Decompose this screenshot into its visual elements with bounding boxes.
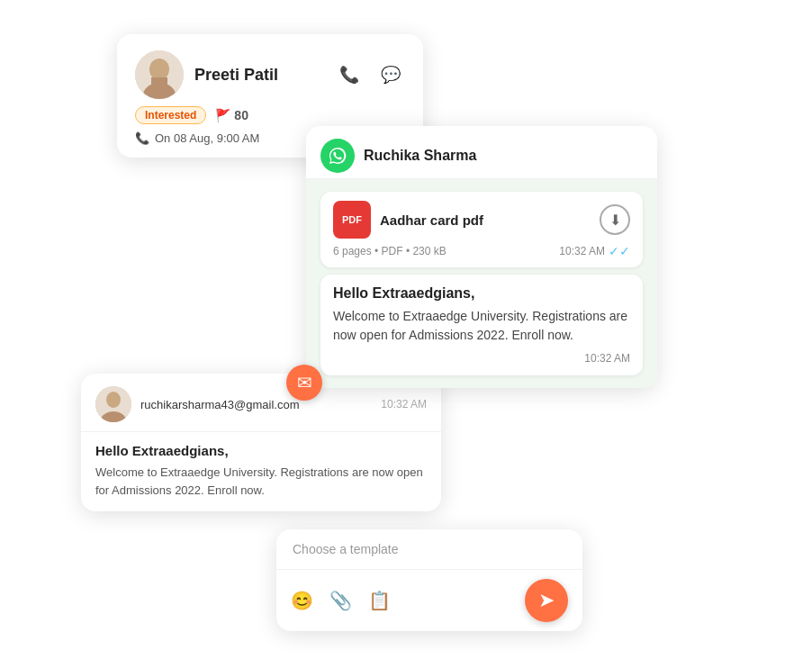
text-bubble: Hello Extraaedgians, Welcome to Extraaed… (320, 275, 643, 375)
pdf-title: Aadhar card pdf (380, 212, 591, 228)
pdf-bubble: PDF Aadhar card pdf ⬇ 6 pages • PDF • 23… (320, 192, 643, 267)
schedule-text: On 08 Aug, 9:00 AM (155, 131, 259, 145)
contact-icons: 📞 💬 (335, 60, 405, 89)
whatsapp-sender: Ruchika Sharma (364, 148, 476, 164)
email-body: Hello Extraaedgians, Welcome to Extraaed… (81, 432, 441, 511)
message-time: 10:32 AM (333, 352, 630, 365)
message-title: Hello Extraaedgians, (333, 285, 630, 302)
whatsapp-body: PDF Aadhar card pdf ⬇ 6 pages • PDF • 23… (306, 179, 657, 388)
whatsapp-icon (320, 139, 355, 173)
send-button[interactable]: ➤ (525, 579, 568, 622)
status-badge: Interested (135, 106, 206, 124)
whatsapp-panel: Ruchika Sharma PDF Aadhar card pdf ⬇ 6 p… (306, 126, 657, 388)
pdf-download-btn[interactable]: ⬇ (600, 204, 630, 235)
email-content: Welcome to Extraaedge University. Regist… (95, 464, 427, 499)
template-placeholder[interactable]: Choose a template (276, 529, 582, 570)
pdf-time: 10:32 AM ✓✓ (559, 244, 630, 258)
avatar (135, 50, 184, 99)
emoji-btn[interactable]: 😊 (291, 590, 313, 611)
pdf-timestamp: 10:32 AM (559, 245, 605, 257)
email-icon: ✉ (297, 372, 312, 393)
contact-name: Preeti Patil (194, 66, 278, 85)
read-receipt: ✓✓ (609, 244, 630, 258)
chat-icon[interactable]: 💬 (376, 60, 405, 89)
flag-score: 🚩 80 (215, 108, 248, 122)
contact-meta: Interested 🚩 80 (135, 106, 405, 124)
email-avatar (95, 386, 131, 422)
pdf-meta: 6 pages • PDF • 230 kB 10:32 AM ✓✓ (333, 244, 630, 258)
pdf-row: PDF Aadhar card pdf ⬇ (333, 201, 630, 239)
attach-btn[interactable]: 📎 (329, 590, 352, 611)
contact-card-left: Preeti Patil (135, 50, 278, 99)
pdf-info: 6 pages • PDF • 230 kB (333, 245, 447, 257)
compose-bar: Choose a template 😊 📎 📋 ➤ (276, 529, 582, 631)
contact-card-header: Preeti Patil 📞 💬 (135, 50, 405, 99)
send-icon: ➤ (538, 589, 555, 612)
email-time: 10:32 AM (381, 398, 427, 411)
svg-point-1 (149, 59, 169, 80)
whatsapp-header: Ruchika Sharma (306, 126, 657, 179)
template-btn[interactable]: 📋 (368, 590, 391, 611)
schedule-icon: 📞 (135, 131, 149, 145)
flag-icon: 🚩 (215, 108, 230, 122)
score-value: 80 (234, 108, 248, 122)
email-meta: ruchikarsharma43@gmail.com (140, 398, 372, 411)
svg-point-5 (106, 392, 121, 408)
email-from: ruchikarsharma43@gmail.com (140, 398, 372, 411)
phone-icon[interactable]: 📞 (335, 60, 364, 89)
message-body: Welcome to Extraaedge University. Regist… (333, 307, 630, 345)
svg-rect-3 (151, 77, 167, 92)
email-channel-badge: ✉ (286, 365, 322, 401)
compose-toolbar: 😊 📎 📋 ➤ (276, 570, 582, 631)
pdf-icon: PDF (333, 201, 371, 239)
email-panel: ruchikarsharma43@gmail.com 10:32 AM Hell… (81, 374, 441, 511)
pdf-label: PDF (342, 214, 362, 225)
email-subject: Hello Extraaedgians, (95, 443, 427, 458)
